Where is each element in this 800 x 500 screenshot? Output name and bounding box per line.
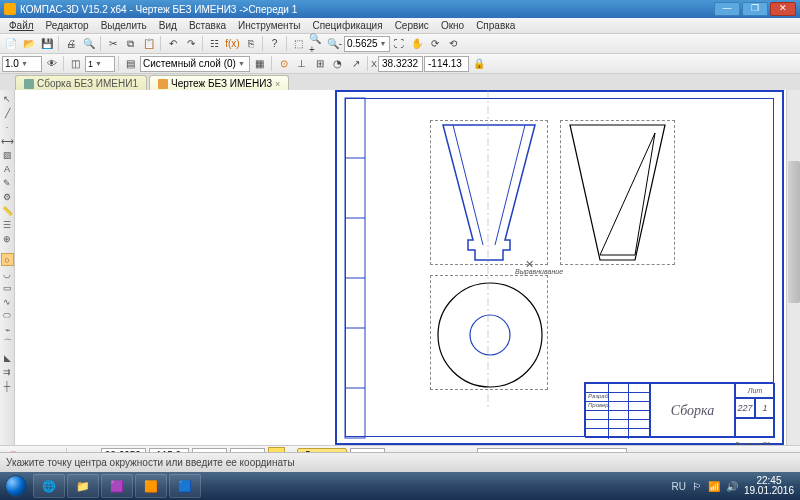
app-icon xyxy=(4,3,16,15)
copy-props-icon[interactable]: ⎘ xyxy=(242,35,259,52)
minimize-button[interactable]: — xyxy=(714,2,740,16)
menu-window[interactable]: Окно xyxy=(436,19,469,32)
layer-mgr-icon[interactable]: ▦ xyxy=(251,55,268,72)
layer-icon[interactable]: ▤ xyxy=(122,55,139,72)
select-tool-icon[interactable]: ↖ xyxy=(1,92,14,105)
menu-insert[interactable]: Вставка xyxy=(184,19,231,32)
frame-left-cells xyxy=(345,98,365,438)
paste-icon[interactable]: 📋 xyxy=(140,35,157,52)
param-tool-icon[interactable]: ⚙ xyxy=(1,190,14,203)
window-titlebar: КОМПАС-3D V15.2 x64 - Чертеж БЕЗ ИМЕНИ3 … xyxy=(0,0,800,18)
title-block: Разраб. Провер. Сборка Лит 227 1 xyxy=(584,382,774,437)
redo-icon[interactable]: ↷ xyxy=(182,35,199,52)
tray-clock[interactable]: 22:45 19.01.2016 xyxy=(744,476,794,496)
hatch-tool-icon[interactable]: ▨ xyxy=(1,148,14,161)
round-icon[interactable]: ◔ xyxy=(329,55,346,72)
tab-assembly[interactable]: Сборка БЕЗ ИМЕНИ1 xyxy=(15,75,147,91)
zoom-combo[interactable]: 0.5625▼ xyxy=(344,36,390,52)
text-tool-icon[interactable]: A xyxy=(1,162,14,175)
close-button[interactable]: ✕ xyxy=(770,2,796,16)
vars-icon[interactable]: f(x) xyxy=(224,35,241,52)
measure-tool-icon[interactable]: 📏 xyxy=(1,204,14,217)
coord-x-field[interactable]: 38.3232 xyxy=(378,56,423,72)
windows-orb-icon xyxy=(5,475,27,497)
new-icon[interactable]: 📄 xyxy=(2,35,19,52)
preview-icon[interactable]: 🔍 xyxy=(80,35,97,52)
taskbar-app1-icon[interactable]: 🟪 xyxy=(101,474,133,498)
undo-icon[interactable]: ↶ xyxy=(164,35,181,52)
zoom-in-icon[interactable]: 🔍+ xyxy=(308,35,325,52)
menu-select[interactable]: Выделить xyxy=(96,19,152,32)
pan-icon[interactable]: ✋ xyxy=(409,35,426,52)
refresh-icon[interactable]: ⟲ xyxy=(445,35,462,52)
rotate-icon[interactable]: ⟳ xyxy=(427,35,444,52)
start-button[interactable] xyxy=(0,472,32,500)
edit-tool-icon[interactable]: ✎ xyxy=(1,176,14,189)
tab-drawing[interactable]: Чертеж БЕЗ ИМЕНИ3 × xyxy=(149,75,289,91)
state-combo[interactable]: 1▼ xyxy=(85,56,115,72)
arc-tool-icon[interactable]: ◡ xyxy=(1,267,14,280)
aux-tool-icon[interactable]: ┼ xyxy=(1,379,14,392)
print-icon[interactable]: 🖨 xyxy=(62,35,79,52)
tray-network-icon[interactable]: 📶 xyxy=(708,481,720,492)
windows-taskbar: 🌐 📁 🟪 🟧 🟦 RU 🏳 📶 🔊 22:45 19.01.2016 xyxy=(0,472,800,500)
scrollbar-vertical[interactable] xyxy=(786,90,800,445)
system-tray: RU 🏳 📶 🔊 22:45 19.01.2016 xyxy=(671,476,800,496)
save-icon[interactable]: 💾 xyxy=(38,35,55,52)
zoom-window-icon[interactable]: ⬚ xyxy=(290,35,307,52)
scale-combo[interactable]: 1.0▼ xyxy=(2,56,42,72)
open-icon[interactable]: 📂 xyxy=(20,35,37,52)
taskbar-chrome-icon[interactable]: 🌐 xyxy=(33,474,65,498)
align-label: Выравнивание xyxy=(515,268,563,275)
copy-icon[interactable]: ⧉ xyxy=(122,35,139,52)
help-icon[interactable]: ? xyxy=(266,35,283,52)
menu-file[interactable]: Файл xyxy=(4,19,39,32)
spec-tool-icon[interactable]: ☰ xyxy=(1,218,14,231)
dim-tool-icon[interactable]: ⟷ xyxy=(1,134,14,147)
coord-y-field[interactable]: -114.13 xyxy=(424,56,469,72)
insert-tool-icon[interactable]: ⊕ xyxy=(1,232,14,245)
layers-combo[interactable]: Системный слой (0)▼ xyxy=(140,56,250,72)
point-tool-icon[interactable]: · xyxy=(1,120,14,133)
state1-icon[interactable]: ◫ xyxy=(67,55,84,72)
rect-tool-icon[interactable]: ▭ xyxy=(1,281,14,294)
taskbar-explorer-icon[interactable]: 📁 xyxy=(67,474,99,498)
line-tool-icon[interactable]: ╱ xyxy=(1,106,14,119)
menu-help[interactable]: Справка xyxy=(471,19,520,32)
tray-lang[interactable]: RU xyxy=(671,481,685,492)
scrollbar-thumb[interactable] xyxy=(788,161,800,303)
tray-sound-icon[interactable]: 🔊 xyxy=(726,481,738,492)
ellipse-tool-icon[interactable]: ⬭ xyxy=(1,309,14,322)
menu-service[interactable]: Сервис xyxy=(390,19,434,32)
taskbar-app2-icon[interactable]: 🟦 xyxy=(169,474,201,498)
view-icon[interactable]: 👁 xyxy=(43,55,60,72)
toolbar-main: 📄 📂 💾 🖨 🔍 ✂ ⧉ 📋 ↶ ↷ ☷ f(x) ⎘ ? ⬚ 🔍+ 🔍- 0… xyxy=(0,34,800,54)
offset-tool-icon[interactable]: ⇉ xyxy=(1,365,14,378)
ortho-icon[interactable]: ⊥ xyxy=(293,55,310,72)
part-funnel-right xyxy=(565,125,670,265)
menu-tools[interactable]: Инструменты xyxy=(233,19,305,32)
props-icon[interactable]: ☷ xyxy=(206,35,223,52)
fillet-tool-icon[interactable]: ⌒ xyxy=(1,337,14,350)
tab-close-icon[interactable]: × xyxy=(275,79,280,89)
spline-tool-icon[interactable]: ∿ xyxy=(1,295,14,308)
zoom-out-icon[interactable]: 🔍- xyxy=(326,35,343,52)
cut-icon[interactable]: ✂ xyxy=(104,35,121,52)
svg-rect-0 xyxy=(345,98,365,438)
circle-tool-icon[interactable]: ○ xyxy=(1,253,14,266)
grid-icon[interactable]: ⊞ xyxy=(311,55,328,72)
menu-editor[interactable]: Редактор xyxy=(41,19,94,32)
polyline-tool-icon[interactable]: ⌁ xyxy=(1,323,14,336)
menu-view[interactable]: Вид xyxy=(154,19,182,32)
chamfer-tool-icon[interactable]: ◣ xyxy=(1,351,14,364)
menu-spec[interactable]: Спецификация xyxy=(307,19,387,32)
local-cs-icon[interactable]: ↗ xyxy=(347,55,364,72)
zoom-fit-icon[interactable]: ⛶ xyxy=(391,35,408,52)
lock-coord-icon[interactable]: 🔒 xyxy=(470,55,487,72)
drawing-canvas[interactable]: Выравнивание ✕ Разраб. Провер. Сборка Ли… xyxy=(15,90,800,445)
taskbar-kompas-icon[interactable]: 🟧 xyxy=(135,474,167,498)
maximize-button[interactable]: ❐ xyxy=(742,2,768,16)
toolbar-secondary: 1.0▼ 👁 ◫ 1▼ ▤ Системный слой (0)▼ ▦ ⊙ ⊥ … xyxy=(0,54,800,74)
snap-icon[interactable]: ⊙ xyxy=(275,55,292,72)
tray-flag-icon[interactable]: 🏳 xyxy=(692,481,702,492)
